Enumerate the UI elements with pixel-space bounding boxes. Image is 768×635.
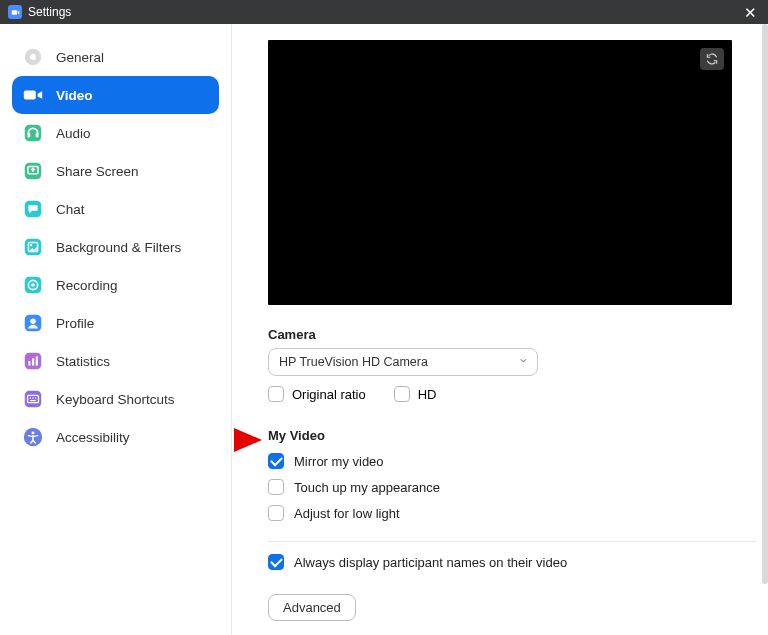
- original-ratio-checkbox[interactable]: [268, 386, 284, 402]
- gear-icon: [22, 46, 44, 68]
- svg-point-1: [30, 54, 36, 60]
- sidebar-item-recording[interactable]: Recording: [12, 266, 219, 304]
- svg-point-24: [32, 397, 33, 398]
- svg-rect-19: [32, 358, 34, 365]
- camera-dropdown[interactable]: HP TrueVision HD Camera: [268, 348, 538, 376]
- mirror-video-label: Mirror my video: [294, 454, 384, 469]
- sidebar-item-label: Statistics: [56, 354, 110, 369]
- recording-icon: [22, 274, 44, 296]
- svg-rect-9: [25, 239, 42, 256]
- rotate-camera-button[interactable]: [700, 48, 724, 70]
- sidebar-item-profile[interactable]: Profile: [12, 304, 219, 342]
- advanced-button[interactable]: Advanced: [268, 594, 356, 621]
- background-icon: [22, 236, 44, 258]
- lowlight-label: Adjust for low light: [294, 506, 400, 521]
- share-screen-icon: [22, 160, 44, 182]
- display-names-label: Always display participant names on thei…: [294, 555, 567, 570]
- sidebar-item-label: Background & Filters: [56, 240, 181, 255]
- camera-section-label: Camera: [268, 327, 748, 342]
- svg-rect-18: [28, 361, 30, 366]
- svg-point-25: [35, 397, 36, 398]
- sidebar-item-label: Share Screen: [56, 164, 139, 179]
- svg-point-16: [30, 318, 36, 324]
- scrollbar[interactable]: [762, 24, 768, 584]
- sidebar-item-label: Accessibility: [56, 430, 130, 445]
- svg-rect-5: [36, 133, 39, 138]
- display-names-checkbox[interactable]: [268, 554, 284, 570]
- svg-rect-2: [24, 90, 36, 99]
- sidebar-item-label: Chat: [56, 202, 85, 217]
- lowlight-checkbox[interactable]: [268, 505, 284, 521]
- sidebar-item-label: Audio: [56, 126, 91, 141]
- titlebar: Settings ✕: [0, 0, 768, 24]
- annotation-arrow-icon: [232, 422, 264, 458]
- mirror-video-checkbox[interactable]: [268, 453, 284, 469]
- svg-point-23: [30, 397, 31, 398]
- sidebar-item-chat[interactable]: Chat: [12, 190, 219, 228]
- keyboard-icon: [22, 388, 44, 410]
- original-ratio-label: Original ratio: [292, 387, 366, 402]
- video-icon: [22, 84, 44, 106]
- touchup-label: Touch up my appearance: [294, 480, 440, 495]
- profile-icon: [22, 312, 44, 334]
- svg-point-11: [30, 244, 32, 246]
- my-video-section-label: My Video: [268, 428, 748, 443]
- divider: [268, 541, 756, 542]
- svg-rect-4: [28, 133, 31, 138]
- sidebar-item-label: Recording: [56, 278, 118, 293]
- touchup-checkbox[interactable]: [268, 479, 284, 495]
- svg-rect-20: [36, 356, 38, 365]
- sidebar-item-accessibility[interactable]: Accessibility: [12, 418, 219, 456]
- sidebar-item-video[interactable]: Video: [12, 76, 219, 114]
- sidebar-item-share-screen[interactable]: Share Screen: [12, 152, 219, 190]
- main-panel: Camera HP TrueVision HD Camera Original …: [232, 24, 768, 635]
- sidebar-item-statistics[interactable]: Statistics: [12, 342, 219, 380]
- sidebar-item-general[interactable]: General: [12, 38, 219, 76]
- sidebar-item-label: Video: [56, 88, 93, 103]
- sidebar-item-keyboard[interactable]: Keyboard Shortcuts: [12, 380, 219, 418]
- hd-label: HD: [418, 387, 437, 402]
- app-icon: [8, 5, 22, 19]
- sidebar-item-background[interactable]: Background & Filters: [12, 228, 219, 266]
- sidebar-item-label: Profile: [56, 316, 94, 331]
- chat-icon: [22, 198, 44, 220]
- camera-selected-value: HP TrueVision HD Camera: [279, 355, 428, 369]
- accessibility-icon: [22, 426, 44, 448]
- audio-icon: [22, 122, 44, 144]
- svg-point-14: [31, 283, 35, 287]
- sidebar-item-label: General: [56, 50, 104, 65]
- chevron-down-icon: [518, 355, 529, 369]
- hd-checkbox[interactable]: [394, 386, 410, 402]
- statistics-icon: [22, 350, 44, 372]
- close-button[interactable]: ✕: [740, 5, 760, 20]
- svg-point-28: [32, 431, 35, 434]
- sidebar: General Video Audio Share Screen Chat: [0, 24, 232, 635]
- sidebar-item-audio[interactable]: Audio: [12, 114, 219, 152]
- window-title: Settings: [28, 5, 740, 19]
- sidebar-item-label: Keyboard Shortcuts: [56, 392, 175, 407]
- svg-rect-26: [30, 400, 36, 401]
- svg-rect-3: [25, 125, 42, 142]
- video-preview: [268, 40, 732, 305]
